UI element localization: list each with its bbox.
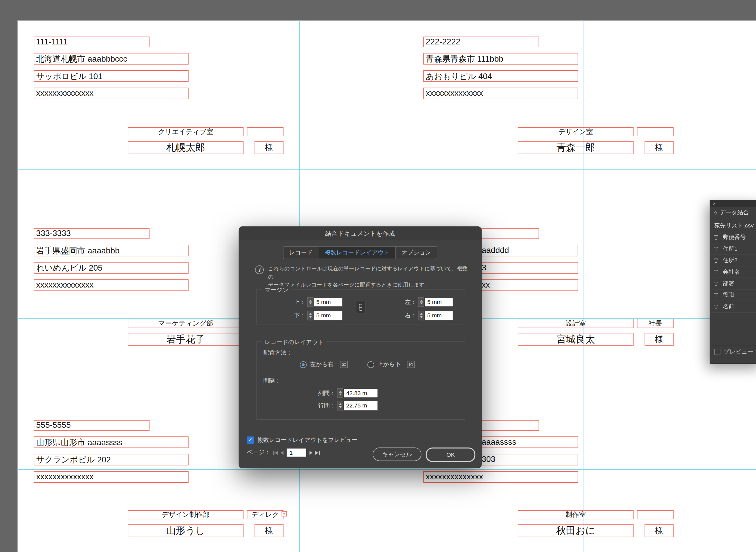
- field-row-name[interactable]: T 名前: [710, 301, 756, 313]
- panel-close-icon[interactable]: ×: [710, 200, 756, 207]
- merge-field-name[interactable]: 青森一郎: [518, 141, 633, 154]
- preview-multiple-record-layout-checkbox[interactable]: ✓: [247, 436, 254, 444]
- merge-field-honorific[interactable]: 様: [645, 141, 674, 154]
- field-row-jobtitle[interactable]: T 役職: [710, 290, 756, 301]
- merge-field-name[interactable]: 岩手花子: [128, 333, 243, 346]
- merge-field-name[interactable]: 宮城良太: [518, 333, 633, 346]
- row-gap-input[interactable]: 22.75 m: [343, 401, 378, 411]
- cancel-button[interactable]: キャンセル: [372, 447, 421, 461]
- radio-top-to-bottom[interactable]: [367, 361, 374, 368]
- field-label: 役職: [723, 291, 734, 299]
- panel-tab-icon: ◇: [714, 210, 717, 216]
- horizontal-guide[interactable]: [17, 169, 756, 170]
- ok-button[interactable]: OK: [426, 447, 475, 462]
- link-margins-icon[interactable]: [356, 301, 366, 314]
- panel-tab-data-merge[interactable]: ◇ データ結合: [710, 207, 756, 219]
- merge-field-address2[interactable]: サクランボビル 202: [34, 454, 188, 465]
- merge-field-jobtitle[interactable]: [637, 510, 674, 519]
- merge-field-department[interactable]: デザイン制作部: [128, 510, 243, 519]
- merge-field-company[interactable]: xxxxxxxxxxxxxx: [423, 471, 578, 483]
- margin-bottom-input[interactable]: 5 mm: [314, 311, 342, 320]
- top-to-bottom-flow-icon: [407, 361, 415, 368]
- merge-field-company[interactable]: xxxxxxxxxxxxxx: [34, 279, 188, 291]
- merge-field-honorific[interactable]: 様: [645, 524, 674, 537]
- field-row-address2[interactable]: T 住所2: [710, 255, 756, 267]
- merge-field-department[interactable]: デザイン室: [518, 127, 633, 136]
- page-label: ページ：: [247, 448, 270, 457]
- text-field-icon: T: [714, 292, 719, 298]
- margin-top-stepper[interactable]: [307, 297, 313, 307]
- merge-field-honorific[interactable]: 様: [255, 524, 284, 537]
- field-row-address1[interactable]: T 住所1: [710, 243, 756, 255]
- merge-field-address2[interactable]: サッポロビル 101: [34, 71, 188, 82]
- column-gap-input[interactable]: 42.83 m: [343, 388, 378, 398]
- merge-field-jobtitle[interactable]: [637, 127, 674, 136]
- margin-right-input[interactable]: 5 mm: [424, 311, 453, 320]
- text-field-icon: T: [714, 269, 719, 275]
- margin-top-label: 上：: [284, 298, 306, 306]
- text-field-icon: T: [714, 280, 719, 287]
- panel-divider: [710, 345, 756, 345]
- panel-preview-checkbox[interactable]: [714, 349, 720, 355]
- last-page-button[interactable]: [315, 450, 319, 454]
- margins-group-label: マージン: [262, 286, 291, 294]
- merge-field-address1[interactable]: 山形県山形市 aaaassss: [34, 436, 188, 448]
- merge-field-name[interactable]: 札幌太郎: [128, 141, 243, 154]
- preview-multiple-record-layout-label: 複数レコードレイアウトをプレビュー: [257, 436, 358, 444]
- tab-records[interactable]: レコード: [284, 247, 319, 259]
- margin-right-stepper[interactable]: [418, 311, 424, 320]
- merge-field-name[interactable]: 秋田おに: [518, 524, 633, 537]
- indesign-workspace: 111-1111 北海道札幌市 aaabbbccc サッポロビル 101 xxx…: [0, 0, 756, 552]
- merge-field-address1[interactable]: 北海道札幌市 aaabbbccc: [34, 53, 188, 64]
- merge-field-postal[interactable]: 222-2222: [423, 37, 539, 47]
- merge-field-jobtitle[interactable]: 社長: [637, 319, 674, 328]
- next-page-button[interactable]: [309, 450, 312, 454]
- radio-left-to-right[interactable]: [300, 361, 307, 368]
- panel-preview-label: プレビュー: [724, 348, 753, 356]
- page-number-input[interactable]: 1: [286, 448, 307, 457]
- vertical-guide[interactable]: [583, 20, 583, 552]
- merge-field-address1[interactable]: 岩手県盛岡市 aaaabbb: [34, 245, 188, 256]
- margin-left-stepper[interactable]: [418, 297, 424, 307]
- merge-field-name[interactable]: 山形うし: [128, 524, 243, 537]
- column-gap-stepper[interactable]: [337, 388, 343, 398]
- overset-text-indicator[interactable]: +: [282, 511, 287, 517]
- merge-field-address2[interactable]: あおもりビル 404: [423, 71, 578, 82]
- merge-field-company[interactable]: xxxxxxxxxxxxxx: [34, 88, 188, 99]
- row-gap-stepper[interactable]: [337, 401, 343, 411]
- margin-left-input[interactable]: 5 mm: [424, 297, 453, 307]
- first-page-button[interactable]: [273, 450, 278, 454]
- margin-top-input[interactable]: 5 mm: [314, 297, 342, 307]
- field-row-department[interactable]: T 部署: [710, 278, 756, 290]
- merge-field-department[interactable]: 設計室: [518, 319, 633, 328]
- info-line-2: データファイルレコードを各ページに配置するときに使用します。: [268, 281, 469, 289]
- field-row-company[interactable]: T 会社名: [710, 267, 756, 278]
- text-field-icon: T: [714, 257, 719, 264]
- merge-field-postal[interactable]: 555-5555: [34, 420, 149, 431]
- merge-field-department[interactable]: 制作室: [518, 510, 633, 519]
- data-source-name: 宛先リスト.csv: [710, 219, 756, 232]
- field-row-postal[interactable]: T 郵便番号: [710, 232, 756, 243]
- merge-field-company[interactable]: xxxxxxxxxxxxxx: [423, 88, 578, 99]
- previous-page-button[interactable]: [280, 450, 283, 454]
- row-gap-label: 行間：: [303, 402, 336, 410]
- radio-left-to-right-label: 左から右: [310, 360, 333, 369]
- left-to-right-flow-icon: [340, 361, 347, 368]
- tab-options[interactable]: オプション: [396, 247, 437, 259]
- merge-field-address2[interactable]: れいめんビル 205: [34, 262, 188, 274]
- merge-field-jobtitle[interactable]: ディレク: [247, 510, 284, 519]
- merge-field-department[interactable]: クリエイティブ室: [128, 127, 243, 136]
- margin-bottom-stepper[interactable]: [307, 311, 313, 320]
- merge-field-honorific[interactable]: 様: [255, 141, 284, 154]
- merge-field-jobtitle[interactable]: [247, 127, 284, 136]
- merge-field-department[interactable]: マーケティング部: [128, 319, 243, 328]
- create-merged-document-dialog: 結合ドキュメントを作成 レコード 複数レコードレイアウト オプション i これら…: [239, 227, 482, 468]
- merge-field-postal[interactable]: 333-3333: [34, 228, 149, 239]
- merge-field-company[interactable]: xxxxxxxxxxxxxx: [34, 471, 188, 483]
- merge-field-postal[interactable]: 111-1111: [34, 37, 149, 47]
- merge-field-honorific[interactable]: 様: [645, 333, 674, 346]
- tab-multiple-record-layout[interactable]: 複数レコードレイアウト: [319, 247, 396, 259]
- merge-field-address1[interactable]: 青森県青森市 111bbb: [423, 53, 578, 64]
- horizontal-guide[interactable]: [17, 469, 756, 470]
- text-field-icon: T: [714, 303, 719, 310]
